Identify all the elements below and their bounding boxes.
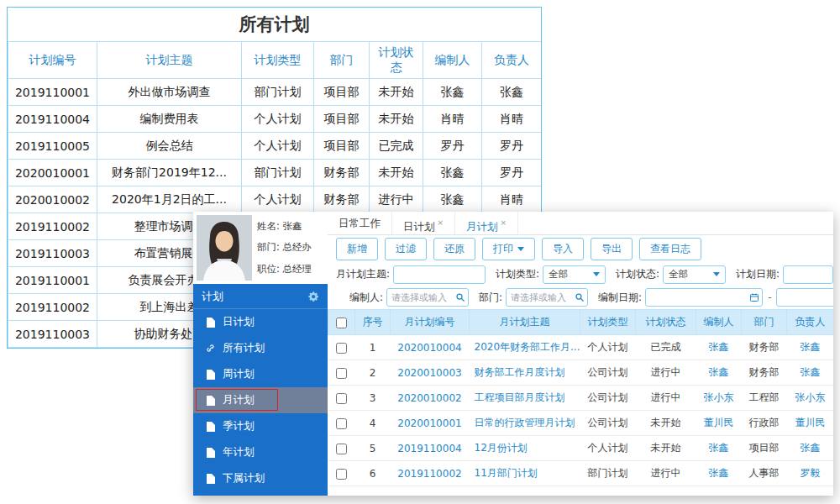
row-checkbox[interactable] bbox=[336, 444, 347, 454]
cell: 张鑫 bbox=[696, 335, 742, 360]
export-button[interactable]: 导出 bbox=[591, 238, 633, 260]
creator-link[interactable]: 张鑫 bbox=[709, 366, 729, 378]
plan-subject-link[interactable]: 12月份计划 bbox=[475, 442, 528, 454]
table-row[interactable]: 2019110005例会总结个人计划项目部已完成罗丹罗丹 bbox=[8, 133, 542, 160]
table-row[interactable]: 2019110004编制费用表个人计划项目部未开始肖晴肖晴 bbox=[8, 106, 542, 133]
view-log-button[interactable]: 查看日志 bbox=[639, 238, 701, 260]
creator-link[interactable]: 张鑫 bbox=[709, 467, 729, 479]
owner-link[interactable]: 张鑫 bbox=[801, 366, 821, 378]
cell: 财务部工作月度计划 bbox=[470, 360, 580, 386]
nav-section-plan[interactable]: 计划 bbox=[193, 284, 328, 309]
plan-id-link[interactable]: 2020010003 bbox=[397, 367, 461, 379]
plan-date-input[interactable] bbox=[783, 265, 833, 284]
sidebar-item-subordinate-plans[interactable]: 下属计划 bbox=[193, 465, 328, 491]
add-button[interactable]: 新增 bbox=[336, 238, 378, 260]
creator-link[interactable]: 董川民 bbox=[704, 417, 734, 428]
creator-link[interactable]: 张鑫 bbox=[709, 341, 729, 353]
checkbox-cell bbox=[328, 411, 355, 436]
row-checkbox[interactable] bbox=[336, 343, 347, 354]
tab-day-plan[interactable]: 日计划× bbox=[392, 212, 455, 234]
plan-id-link[interactable]: 2019110004 bbox=[397, 443, 461, 454]
column-header-status: 计划状态 bbox=[636, 310, 696, 335]
import-button[interactable]: 导入 bbox=[542, 238, 584, 260]
row-checkbox[interactable] bbox=[336, 469, 347, 480]
link-icon bbox=[205, 343, 216, 354]
table-row[interactable]: 20200100022020年1月2日的工...个人计划财务部进行中张鑫肖晴 bbox=[8, 186, 542, 213]
cell: 董川民 bbox=[787, 411, 834, 436]
plan-subject-link[interactable]: 财务部工作月度计划 bbox=[475, 366, 565, 378]
print-button[interactable]: 打印 bbox=[482, 238, 535, 260]
reset-button[interactable]: 还原 bbox=[433, 238, 475, 260]
select-all-checkbox[interactable] bbox=[336, 318, 347, 328]
sidebar-item-week-plan[interactable]: 周计划 bbox=[193, 361, 328, 387]
calendar-icon[interactable] bbox=[749, 292, 759, 302]
sidebar-item-quarter-plan[interactable]: 季计划 bbox=[193, 413, 328, 439]
sidebar-item-all-plans[interactable]: 所有计划 bbox=[193, 335, 328, 361]
cell: 日常的行政管理月计划 bbox=[470, 411, 580, 436]
dept-search bbox=[506, 288, 588, 307]
owner-link[interactable]: 张鑫 bbox=[801, 442, 821, 454]
cell: 财务部 bbox=[742, 335, 787, 360]
search-icon[interactable] bbox=[575, 292, 585, 302]
status-filter-label: 计划状态: bbox=[616, 267, 659, 281]
search-icon[interactable] bbox=[455, 292, 465, 302]
month-plan-table: 序号 月计划编号 月计划主题 计划类型 计划状态 编制人 部门 负责人 1 2 bbox=[328, 309, 833, 486]
cell: 进行中 bbox=[370, 186, 423, 213]
cell: 张鑫 bbox=[696, 360, 742, 386]
row-checkbox[interactable] bbox=[336, 393, 347, 404]
cell: 罗毅 bbox=[787, 461, 834, 486]
table-row: 2 2020010003 财务部工作月度计划 公司计划 进行中 张鑫 财务部 张… bbox=[328, 360, 834, 386]
row-checkbox[interactable] bbox=[336, 418, 347, 429]
close-icon[interactable]: × bbox=[501, 218, 507, 227]
cell: 工程部 bbox=[742, 386, 787, 411]
cell: 罗丹 bbox=[423, 133, 482, 160]
nav-section-label: 计划 bbox=[202, 289, 223, 304]
create-date-from-input[interactable] bbox=[645, 288, 763, 307]
plan-subject-link[interactable]: 工程项目部月度计划 bbox=[475, 391, 565, 403]
table-row[interactable]: 2020010001财务部门2019年12...部门计划财务部未开始张鑫罗丹 bbox=[8, 160, 542, 186]
owner-link[interactable]: 张小东 bbox=[795, 391, 826, 403]
owner-link[interactable]: 罗毅 bbox=[801, 467, 821, 479]
table-header-row: 计划编号 计划主题 计划类型 部门 计划状态 编制人 负责人 bbox=[8, 42, 542, 79]
cell: 部门计划 bbox=[242, 79, 314, 106]
type-select[interactable]: 全部 bbox=[543, 265, 606, 284]
cell: 张鑫 bbox=[696, 436, 742, 461]
subject-filter-input[interactable] bbox=[393, 265, 486, 284]
plan-id-link[interactable]: 2020010001 bbox=[397, 417, 461, 429]
sidebar-item-month-plan[interactable]: 月计划 bbox=[193, 387, 328, 413]
plan-id-link[interactable]: 2020010004 bbox=[397, 342, 461, 354]
plan-id-link[interactable]: 2019110002 bbox=[397, 468, 461, 480]
tab-month-plan[interactable]: 月计划× bbox=[455, 212, 518, 234]
gear-icon[interactable] bbox=[307, 291, 319, 302]
cell: 个人计划 bbox=[580, 436, 636, 461]
owner-link[interactable]: 张鑫 bbox=[801, 341, 821, 353]
cell: 张鑫 bbox=[423, 186, 482, 213]
creator-link[interactable]: 张小东 bbox=[704, 391, 734, 403]
column-header-creator: 编制人 bbox=[696, 310, 742, 335]
plan-subject-link[interactable]: 日常的行政管理月计划 bbox=[475, 417, 575, 428]
plan-subject-link[interactable]: 2020年财务部工作月... bbox=[475, 341, 580, 353]
cell: 2019110001 bbox=[8, 79, 97, 106]
cell: 2020010001 bbox=[8, 160, 97, 186]
sidebar-item-day-plan[interactable]: 日计划 bbox=[193, 309, 328, 335]
sidebar-menu: 日计划 所有计划 周计划 月计划 季计划 bbox=[193, 309, 328, 496]
plan-subject-link[interactable]: 11月部门计划 bbox=[475, 467, 538, 479]
cell: 财务部 bbox=[314, 186, 370, 213]
table-row[interactable]: 2019110001外出做市场调查部门计划项目部未开始张鑫张鑫 bbox=[8, 79, 542, 106]
plan-id-link[interactable]: 2020010002 bbox=[397, 392, 461, 404]
status-select[interactable]: 全部 bbox=[663, 265, 726, 284]
create-date-to-input[interactable] bbox=[776, 288, 833, 307]
checkbox-cell bbox=[328, 461, 355, 486]
row-checkbox[interactable] bbox=[336, 368, 347, 379]
cell: 张小东 bbox=[696, 386, 742, 411]
page-title: 所有计划 bbox=[8, 8, 541, 41]
sidebar-item-label: 日计划 bbox=[223, 315, 255, 329]
cell: 2 bbox=[355, 360, 391, 386]
close-icon[interactable]: × bbox=[438, 218, 444, 227]
creator-link[interactable]: 张鑫 bbox=[709, 442, 729, 454]
tab-daily-work[interactable]: 日常工作 bbox=[328, 212, 392, 234]
sidebar-item-year-plan[interactable]: 年计划 bbox=[193, 439, 328, 465]
tab-label: 日常工作 bbox=[339, 217, 381, 229]
owner-link[interactable]: 董川民 bbox=[795, 417, 826, 428]
filter-button[interactable]: 过滤 bbox=[385, 238, 427, 260]
